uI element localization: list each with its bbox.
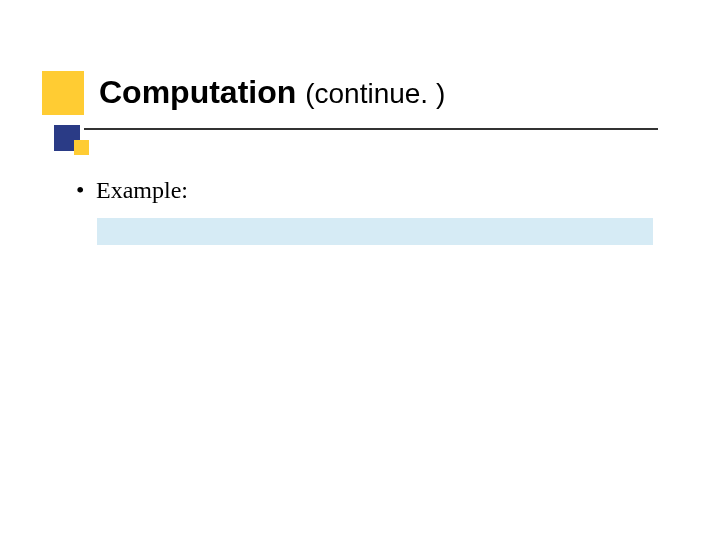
bullet-example: • Example: <box>76 176 188 205</box>
code-example-box: $ nawk '$3 * $4 > 500' filename <box>97 218 653 245</box>
title-underline <box>84 128 658 130</box>
decor-square-yellow-small <box>74 140 89 155</box>
slide-title-suffix: (continue. ) <box>305 78 445 109</box>
slide-title-main: Computation <box>99 74 296 110</box>
bullet-marker: • <box>76 176 90 205</box>
slide-title: Computation (continue. ) <box>99 75 445 110</box>
bullet-text: Example: <box>96 177 188 203</box>
decor-square-yellow-large <box>42 71 84 115</box>
